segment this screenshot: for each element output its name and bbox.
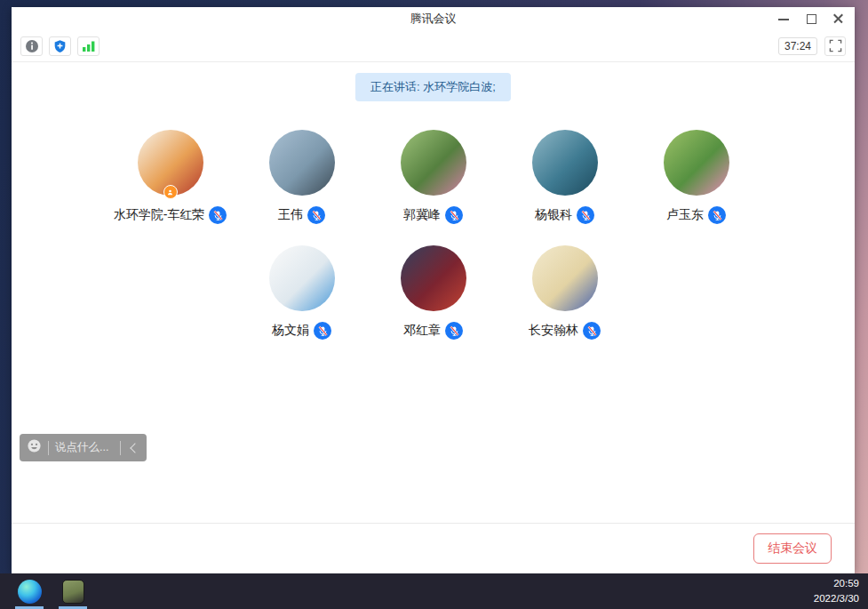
shark-avatar xyxy=(532,130,598,196)
participant-tile[interactable]: 邓红章 xyxy=(368,238,499,354)
system-clock[interactable]: 20:59 2022/3/30 xyxy=(814,576,859,605)
participant-tile[interactable]: 水环学院-车红荣 xyxy=(105,123,236,238)
participant-tile[interactable]: 杨文娟 xyxy=(236,238,368,354)
meeting-window: 腾讯会议 37:24 正在讲话: 水环学院白波; xyxy=(12,7,855,573)
participant-name: 杨文娟 xyxy=(272,323,309,339)
mic-muted-icon xyxy=(583,322,601,340)
scholar-cartoon-avatar xyxy=(532,245,598,311)
participant-name: 水环学院-车红荣 xyxy=(114,207,205,223)
mic-muted-icon xyxy=(577,206,594,224)
main-stage: 正在讲话: 水环学院白波; 水环学院-车红荣 王伟 郭冀峰 xyxy=(12,62,855,523)
mic-muted-icon xyxy=(314,322,331,340)
window-controls xyxy=(778,7,844,30)
meeting-info-icon[interactable] xyxy=(20,36,43,56)
tiger-painting-avatar xyxy=(138,130,203,196)
clock-time: 20:59 xyxy=(814,576,859,591)
end-meeting-button[interactable]: 结束会议 xyxy=(753,533,832,564)
minimize-icon[interactable] xyxy=(778,13,789,24)
maximize-icon[interactable] xyxy=(806,13,816,24)
participant-tile[interactable]: 郭冀峰 xyxy=(368,123,499,238)
bottom-toolbar: 结束会议 xyxy=(12,523,855,573)
participant-name: 卢玉东 xyxy=(666,207,704,223)
lotus-flower-avatar xyxy=(664,130,729,196)
close-icon[interactable] xyxy=(833,13,844,24)
red-building-night-avatar xyxy=(401,245,466,311)
man-by-sea-avatar xyxy=(269,130,335,196)
mic-muted-icon xyxy=(708,206,726,224)
speaking-banner: 正在讲话: 水环学院白波; xyxy=(355,73,511,101)
participant-name: 长安翰林 xyxy=(529,323,578,339)
participants-grid: 水环学院-车红荣 王伟 郭冀峰 杨银科 xyxy=(105,123,762,354)
chevron-left-icon[interactable] xyxy=(127,442,139,454)
host-badge-icon xyxy=(163,185,178,199)
mic-muted-icon xyxy=(445,322,463,340)
garden-roses-avatar xyxy=(401,130,466,196)
mic-muted-icon xyxy=(307,206,325,224)
network-quality-icon[interactable] xyxy=(77,36,100,56)
participant-tile[interactable]: 长安翰林 xyxy=(499,238,631,354)
meeting-timer: 37:24 xyxy=(778,37,817,55)
titlebar: 腾讯会议 xyxy=(12,7,855,30)
participant-name: 邓红章 xyxy=(403,323,441,339)
quick-chat-bar[interactable]: 说点什么... xyxy=(20,434,147,461)
chat-input[interactable]: 说点什么... xyxy=(55,440,114,455)
meeting-app-icon[interactable] xyxy=(56,573,90,609)
mic-muted-icon xyxy=(445,206,463,224)
fullscreen-icon[interactable] xyxy=(824,36,846,56)
participant-tile[interactable]: 卢玉东 xyxy=(631,123,762,238)
security-shield-icon[interactable] xyxy=(49,36,71,56)
clock-date: 2022/3/30 xyxy=(814,591,859,606)
mic-muted-icon xyxy=(209,206,227,224)
participant-name: 王伟 xyxy=(278,207,303,223)
top-toolbar: 37:24 xyxy=(12,30,855,62)
emoji-smiley-icon[interactable] xyxy=(27,438,42,457)
participant-tile[interactable]: 王伟 xyxy=(236,123,368,238)
divider xyxy=(48,441,49,455)
window-title: 腾讯会议 xyxy=(410,11,457,27)
participant-tile[interactable]: 杨银科 xyxy=(499,123,631,238)
edge-browser-icon[interactable] xyxy=(12,573,46,609)
participant-name: 郭冀峰 xyxy=(403,207,441,223)
divider xyxy=(120,441,121,455)
windows-taskbar: 20:59 2022/3/30 xyxy=(0,573,868,609)
robot-cartoon-avatar xyxy=(269,245,335,311)
participant-name: 杨银科 xyxy=(535,207,572,223)
